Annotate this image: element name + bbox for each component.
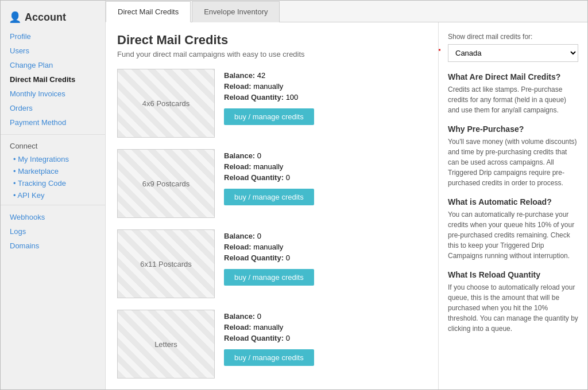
reload-label-4x6: Reload:: [224, 82, 252, 91]
product-name-6x11: 6x11 Postcards: [140, 260, 192, 268]
reload-line-6x11: Reload: manually: [224, 243, 314, 251]
balance-value-letters: 0: [257, 312, 261, 321]
reload-qty-value-6x9: 0: [286, 173, 290, 182]
product-info-6x11: Balance: 0 Reload: manually Reload Quant…: [224, 229, 314, 286]
tab-envelope-inventory[interactable]: Envelope Inventory: [192, 1, 280, 22]
product-image-4x6: 4x6 Postcards: [117, 69, 215, 138]
sidebar-item-change-plan[interactable]: Change Plan: [1, 58, 105, 72]
page-title: Direct Mail Credits: [117, 33, 427, 48]
sidebar-item-domains[interactable]: Domains: [1, 239, 105, 253]
balance-label-4x6: Balance:: [224, 71, 255, 80]
buy-credits-button-letters[interactable]: buy / manage credits: [224, 349, 314, 366]
red-arrow-icon: [438, 28, 446, 54]
info-heading-what-are: What Are Direct Mail Credits?: [448, 72, 578, 81]
content-left: Direct Mail Credits Fund your direct mai…: [106, 22, 438, 389]
sidebar-item-payment-method[interactable]: Payment Method: [1, 115, 105, 130]
reload-label-6x9: Reload:: [224, 162, 252, 171]
tab-direct-mail-credits[interactable]: Direct Mail Credits: [106, 1, 191, 22]
main-content: Direct Mail Credits Envelope Inventory D…: [106, 1, 587, 389]
reload-line-letters: Reload: manually: [224, 323, 314, 332]
sidebar-account-label: Account: [25, 11, 66, 24]
info-heading-reload-qty: What Is Reload Quantity: [448, 270, 578, 279]
product-row-6x11: 6x11 Postcards Balance: 0 Reload: manual…: [117, 229, 427, 298]
reload-qty-label-6x11: Reload Quantity:: [224, 253, 284, 262]
sidebar-item-direct-mail-credits[interactable]: Direct Mail Credits: [1, 72, 105, 87]
reload-line-6x9: Reload: manually: [224, 162, 314, 171]
reload-line-4x6: Reload: manually: [224, 82, 314, 91]
balance-label-6x11: Balance:: [224, 232, 255, 240]
reload-value-6x9: manually: [253, 162, 283, 171]
sidebar-item-users[interactable]: Users: [1, 44, 105, 58]
reload-qty-value-6x11: 0: [286, 253, 290, 262]
reload-value-letters: manually: [253, 323, 283, 332]
sidebar-nav: Profile Users Change Plan Direct Mail Cr…: [1, 27, 105, 132]
show-credits-label: Show direct mail credits for:: [448, 33, 578, 41]
sidebar-other-nav: Webhooks Logs Domains: [1, 208, 105, 255]
product-row-4x6: 4x6 Postcards Balance: 42 Reload: manual…: [117, 69, 427, 138]
content-right: Show direct mail credits for: Canada Uni…: [438, 22, 587, 389]
info-body-auto-reload: You can automatically re-purchase your c…: [448, 209, 578, 261]
balance-value-4x6: 42: [257, 71, 265, 80]
product-name-6x9: 6x9 Postcards: [142, 180, 189, 188]
reload-qty-value-4x6: 100: [286, 93, 299, 102]
sidebar-divider-2: [1, 205, 105, 205]
product-image-6x9: 6x9 Postcards: [117, 149, 215, 218]
sidebar: 👤 Account Profile Users Change Plan Dire…: [1, 1, 106, 389]
info-body-reload-qty: If you choose to automatically reload yo…: [448, 282, 578, 334]
product-info-6x9: Balance: 0 Reload: manually Reload Quant…: [224, 149, 314, 205]
reload-qty-line-letters: Reload Quantity: 0: [224, 334, 314, 342]
balance-line-6x9: Balance: 0: [224, 151, 314, 160]
content-area: Direct Mail Credits Fund your direct mai…: [106, 22, 587, 389]
person-icon: 👤: [9, 11, 21, 24]
reload-value-6x11: manually: [253, 243, 283, 251]
info-section-auto-reload: What is Automatic Reload? You can automa…: [448, 197, 578, 261]
sidebar-connect-label: Connect: [1, 137, 105, 152]
product-image-letters: Letters: [117, 310, 215, 379]
sidebar-item-webhooks[interactable]: Webhooks: [1, 210, 105, 224]
sidebar-item-my-integrations[interactable]: My Integrations: [1, 153, 105, 165]
balance-line-6x11: Balance: 0: [224, 232, 314, 240]
sidebar-item-profile[interactable]: Profile: [1, 29, 105, 44]
reload-qty-label-letters: Reload Quantity:: [224, 334, 284, 342]
buy-credits-button-4x6[interactable]: buy / manage credits: [224, 108, 314, 125]
reload-label-6x11: Reload:: [224, 243, 252, 251]
product-name-letters: Letters: [154, 340, 177, 349]
balance-label-6x9: Balance:: [224, 151, 255, 160]
reload-label-letters: Reload:: [224, 323, 252, 332]
info-heading-why-pre: Why Pre-Purchase?: [448, 124, 578, 134]
info-section-why-pre: Why Pre-Purchase? You'll save money (wit…: [448, 124, 578, 188]
sidebar-item-orders[interactable]: Orders: [1, 101, 105, 115]
balance-label-letters: Balance:: [224, 312, 255, 321]
balance-value-6x11: 0: [257, 232, 261, 240]
sidebar-connect-sub: My Integrations Marketplace Tracking Cod…: [1, 152, 105, 202]
reload-qty-line-4x6: Reload Quantity: 100: [224, 93, 314, 102]
tabs-bar: Direct Mail Credits Envelope Inventory: [106, 1, 587, 22]
page-subtitle: Fund your direct mail campaigns with eas…: [117, 50, 427, 58]
info-body-why-pre: You'll save money (with volume discounts…: [448, 136, 578, 188]
product-name-4x6: 4x6 Postcards: [142, 99, 189, 108]
reload-qty-label-6x9: Reload Quantity:: [224, 173, 284, 182]
sidebar-item-logs[interactable]: Logs: [1, 224, 105, 239]
balance-value-6x9: 0: [257, 151, 261, 160]
sidebar-item-monthly-invoices[interactable]: Monthly Invoices: [1, 87, 105, 101]
product-image-6x11: 6x11 Postcards: [117, 229, 215, 298]
info-heading-auto-reload: What is Automatic Reload?: [448, 197, 578, 206]
buy-credits-button-6x9[interactable]: buy / manage credits: [224, 189, 314, 205]
balance-line-4x6: Balance: 42: [224, 71, 314, 80]
sidebar-item-api-key[interactable]: API Key: [1, 189, 105, 201]
info-section-reload-qty: What Is Reload Quantity If you choose to…: [448, 270, 578, 334]
product-info-letters: Balance: 0 Reload: manually Reload Quant…: [224, 310, 314, 366]
reload-qty-line-6x11: Reload Quantity: 0: [224, 253, 314, 262]
reload-qty-label-4x6: Reload Quantity:: [224, 93, 284, 102]
buy-credits-button-6x11[interactable]: buy / manage credits: [224, 269, 314, 286]
reload-qty-line-6x9: Reload Quantity: 0: [224, 173, 314, 182]
sidebar-divider: [1, 134, 105, 135]
info-section-what-are: What Are Direct Mail Credits? Credits ac…: [448, 72, 578, 115]
product-row-letters: Letters Balance: 0 Reload: manually Relo…: [117, 310, 427, 379]
sidebar-item-tracking-code[interactable]: Tracking Code: [1, 177, 105, 189]
sidebar-item-marketplace[interactable]: Marketplace: [1, 165, 105, 177]
reload-value-4x6: manually: [253, 82, 283, 91]
country-select[interactable]: Canada United States United Kingdom: [448, 44, 578, 62]
info-body-what-are: Credits act like stamps. Pre-purchase cr…: [448, 84, 578, 115]
sidebar-account-header: 👤 Account: [1, 6, 105, 27]
